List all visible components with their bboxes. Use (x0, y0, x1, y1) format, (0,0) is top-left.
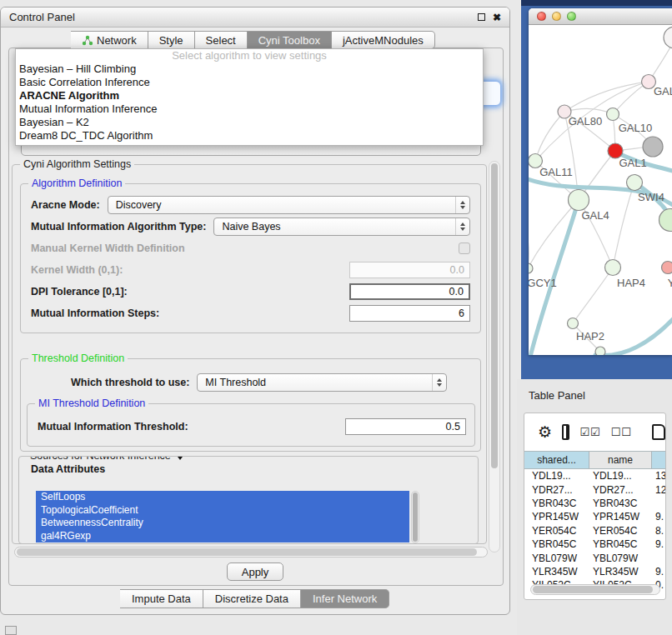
mi-steps-row: Mutual Information Steps: 6 (31, 303, 470, 322)
which-threshold-label: Which threshold to use: (71, 377, 189, 388)
cell-name: YLR345W (589, 566, 652, 578)
table-row[interactable]: YPR145W YPR145W 9. (524, 510, 665, 523)
table-row[interactable]: YBR045C YBR045C 9. (524, 538, 665, 551)
cell-partial: 13 (652, 470, 665, 482)
cell-partial: 9. (652, 566, 665, 578)
kernel-width-input[interactable]: 0.0 (349, 262, 470, 278)
which-threshold-select[interactable]: MI Threshold (197, 373, 447, 392)
sources-group: Sources for Network Inference Data Attri… (18, 456, 479, 544)
close-icon[interactable]: ✖ (493, 13, 501, 22)
network-node[interactable] (605, 260, 621, 276)
deselect-all-checkboxes-icon[interactable]: ☐☐ (611, 426, 632, 438)
cell-name: YDR27... (589, 484, 652, 496)
dropdown-item[interactable]: Bayesian – Hill Climbing (16, 62, 483, 76)
which-threshold-row: Which threshold to use: MI Threshold (71, 372, 470, 392)
manual-kernel-row: Manual Kernel Width Definition (31, 238, 470, 258)
settings-vertical-scrollbar[interactable] (489, 161, 500, 552)
network-canvas[interactable]: GALGAL80GAL10GAL1GAL11SWI4GAL4GCY1HAP4YH… (529, 25, 672, 355)
network-node[interactable] (662, 262, 672, 274)
cell-partial: 9. (652, 511, 665, 522)
attributes-list-scrollbar[interactable] (411, 491, 419, 543)
network-node[interactable] (659, 209, 672, 232)
bottom-tab-label: Discretize Data (215, 592, 288, 605)
select-all-checkboxes-icon[interactable]: ☑☑ (579, 426, 600, 438)
new-table-icon[interactable] (652, 424, 665, 440)
mi-steps-label: Mutual Information Steps: (31, 308, 159, 319)
tab-label: Style (159, 34, 183, 47)
attribute-item-selected[interactable]: TopologicalCoefficient (36, 504, 409, 518)
table-horizontal-scrollbar[interactable] (530, 584, 660, 595)
bottom-tab[interactable]: Impute Data (120, 589, 203, 608)
manual-kernel-checkbox[interactable] (459, 242, 470, 254)
settings-group-title: Cyni Algorithm Settings (20, 158, 134, 170)
network-node-label: GAL80 (569, 115, 602, 128)
tab-label: jActiveMNodules (343, 34, 424, 47)
table-row[interactable]: YDL19... YDL19... 13 (524, 469, 665, 482)
cell-shared-name: YBR045C (524, 538, 589, 550)
tab[interactable]: Select (195, 31, 248, 49)
dropdown-item[interactable]: Dream8 DC_TDC Algorithm (16, 129, 483, 142)
tab-label: Select (206, 34, 236, 47)
tab[interactable]: Cyni Toolbox (248, 31, 332, 49)
table-row[interactable]: YBL079W YBL079W (524, 551, 665, 564)
column-header-shared-name[interactable]: shared... (524, 452, 589, 468)
table-row[interactable]: YLR345W YLR345W 9. (524, 565, 665, 578)
network-node[interactable] (595, 347, 605, 355)
dropdown-item[interactable]: Mutual Information Inference (16, 102, 483, 116)
table-row[interactable]: YBR043C YBR043C (524, 497, 665, 510)
dpi-tolerance-label: DPI Tolerance [0,1]: (31, 286, 128, 298)
cell-shared-name: YBL079W (524, 552, 589, 564)
table-row[interactable]: YER054C YER054C 8. (524, 524, 665, 538)
tab[interactable]: jActiveMNodules (332, 31, 435, 49)
network-icon (82, 35, 93, 46)
algorithm-dropdown-popup: Select algorithm to view settings Bayesi… (15, 48, 484, 146)
threshold-definition-title: Threshold Definition (28, 352, 128, 364)
bottom-tab[interactable]: Infer Network (301, 589, 389, 608)
zoom-traffic-light-icon[interactable] (567, 12, 576, 21)
mi-steps-input[interactable]: 6 (349, 305, 470, 322)
network-node-label: HAP4 (617, 277, 645, 289)
dropdown-item[interactable]: ARACNE Algorithm (16, 89, 483, 102)
network-node[interactable] (664, 27, 672, 48)
aracne-mode-select[interactable]: Discovery (108, 196, 470, 214)
network-node[interactable] (627, 175, 643, 191)
network-node[interactable] (607, 108, 619, 121)
apply-button[interactable]: Apply (227, 562, 283, 581)
settings-horizontal-scrollbar[interactable] (14, 547, 488, 558)
attribute-item-selected[interactable]: SelfLoops (36, 491, 409, 504)
aracne-mode-row: Aracne Mode: Discovery (31, 195, 470, 214)
network-node[interactable] (568, 318, 579, 329)
mi-threshold-label: Mutual Information Threshold: (38, 421, 188, 432)
panel-title: Control Panel (9, 11, 75, 23)
mi-threshold-input[interactable]: 0.5 (345, 418, 466, 435)
column-header-name[interactable]: name (589, 452, 652, 468)
cell-partial: 8. (652, 525, 665, 537)
tab[interactable]: Network (71, 31, 148, 49)
network-node[interactable] (569, 190, 589, 211)
network-node[interactable] (529, 263, 533, 273)
attribute-item-selected[interactable]: BetweennessCentrality (36, 517, 409, 530)
network-node[interactable] (643, 137, 663, 157)
mi-type-select[interactable]: Naive Bayes (213, 218, 470, 236)
control-panel-window: Control Panel ✖ Network (0, 7, 510, 615)
attribute-item-selected[interactable]: gal4RGexp (36, 530, 409, 543)
dpi-tolerance-input[interactable]: 0.0 (349, 283, 470, 300)
close-traffic-light-icon[interactable] (537, 12, 546, 21)
bottom-tab[interactable]: Discretize Data (203, 589, 301, 608)
dropdown-item[interactable]: Basic Correlation Inference (16, 76, 483, 89)
columns-icon[interactable] (562, 424, 569, 440)
network-node-label: GCY1 (529, 277, 557, 289)
gear-icon[interactable]: ⚙ (538, 424, 552, 440)
table-row[interactable]: YDR27... YDR27... 12 (524, 482, 665, 496)
algorithm-definition-group: Algorithm Definition Aracne Mode: Discov… (20, 183, 481, 333)
cell-name: YPR145W (589, 511, 652, 522)
column-header-partial[interactable] (652, 452, 665, 468)
table-panel-card: ⚙ ☑☑ ☐☐ shared... name YDL19... YDL19...… (524, 412, 666, 600)
dropdown-item[interactable]: Bayesian – K2 (16, 116, 483, 129)
tab[interactable]: Style (148, 31, 195, 49)
tab-label: Cyni Toolbox (258, 34, 320, 47)
bottom-left-grip-icon[interactable] (5, 626, 17, 635)
float-panel-icon[interactable] (478, 13, 485, 21)
minimize-traffic-light-icon[interactable] (552, 12, 561, 21)
network-node-label: GAL (654, 85, 672, 98)
